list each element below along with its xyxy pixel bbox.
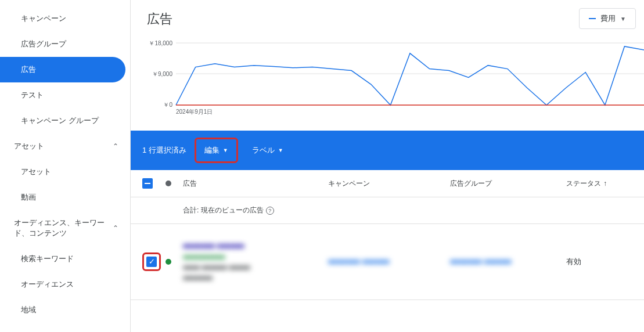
- table: 広告 キャンペーン 広告グループ ステータス ↑ 合計: 現在のビューの広告 ?: [131, 170, 644, 332]
- label-button-label: ラベル: [252, 145, 275, 156]
- header-adgroup[interactable]: 広告グループ: [450, 179, 566, 189]
- table-row: ✓ ■■■■■■■ ■■■■■■ ■■■■■■■■■■ ■■■■ ■■■■■■ …: [131, 224, 644, 300]
- sidebar-item-ads[interactable]: 広告: [0, 57, 125, 82]
- edit-button-label: 編集: [204, 145, 220, 156]
- chart-svg: ￥18,000 ￥9,000 ￥0 2024年9月1日: [131, 37, 644, 127]
- campaign-cell[interactable]: ■■■■■■■ ■■■■■■: [328, 257, 450, 266]
- x-start-label: 2024年9月1日: [176, 109, 213, 115]
- sidebar-item-campaigns[interactable]: キャンペーン: [0, 6, 130, 31]
- header-campaign[interactable]: キャンペーン: [328, 179, 450, 189]
- status-dot-icon: [166, 181, 171, 186]
- y-tick-9000: ￥9,000: [152, 71, 172, 77]
- sidebar-item-video[interactable]: 動画: [0, 185, 130, 210]
- y-tick-18000: ￥18,000: [149, 40, 172, 46]
- ad-cell[interactable]: ■■■■■■■ ■■■■■■ ■■■■■■■■■■ ■■■■ ■■■■■■ ■■…: [183, 240, 328, 283]
- chevron-up-icon: ⌃: [113, 224, 118, 232]
- metric-dropdown-label: 費用: [600, 13, 616, 24]
- sidebar-section-asset[interactable]: アセット ⌃: [0, 133, 130, 159]
- main-content: 広告 費用 ▼ ￥18,000 ￥9,000 ￥0 2024年9月1日 1 行選…: [131, 0, 644, 332]
- select-all-checkbox[interactable]: [142, 178, 153, 189]
- header-status-label: ステータス: [566, 179, 601, 189]
- row-checkbox[interactable]: ✓: [146, 257, 157, 267]
- sidebar-item-adgroups[interactable]: 広告グループ: [0, 31, 130, 57]
- sidebar: キャンペーン 広告グループ 広告 テスト キャンペーン グループ アセット ⌃ …: [0, 0, 131, 332]
- sidebar-item-asset[interactable]: アセット: [0, 159, 130, 185]
- sidebar-item-geo[interactable]: 地域: [0, 297, 130, 323]
- chart-container: 費用 ▼ ￥18,000 ￥9,000 ￥0 2024年9月1日: [131, 37, 644, 127]
- sidebar-item-campaign-groups[interactable]: キャンペーン グループ: [0, 108, 130, 133]
- sidebar-section-audience[interactable]: オーディエンス、キーワード、コンテンツ ⌃: [0, 210, 130, 246]
- sidebar-section-asset-label: アセット: [14, 141, 44, 151]
- page-title: 広告: [131, 0, 644, 37]
- sidebar-item-audience[interactable]: オーディエンス: [0, 272, 130, 297]
- edit-button[interactable]: 編集 ▼: [195, 138, 238, 163]
- label-button[interactable]: ラベル ▼: [246, 142, 289, 159]
- summary-row: 合計: 現在のビューの広告 ?: [131, 197, 644, 224]
- summary-label: 合計: 現在のビューの広告: [183, 205, 264, 215]
- metric-color-indicator: [589, 18, 596, 19]
- selection-count: 1 行選択済み: [142, 145, 186, 156]
- chevron-down-icon: ▼: [278, 147, 283, 153]
- status-dot-enabled-icon: [166, 259, 171, 265]
- y-tick-0: ￥0: [163, 102, 172, 108]
- help-icon[interactable]: ?: [266, 207, 274, 215]
- chevron-up-icon: ⌃: [113, 142, 118, 150]
- header-checkbox-cell: [142, 178, 166, 189]
- header-status-dot-cell: [166, 181, 183, 186]
- chevron-down-icon: ▼: [620, 16, 626, 22]
- sort-ascending-icon: ↑: [603, 179, 607, 187]
- sidebar-section-audience-label: オーディエンス、キーワード、コンテンツ: [14, 218, 107, 239]
- header-ad[interactable]: 広告: [183, 179, 328, 189]
- action-bar: 1 行選択済み 編集 ▼ ラベル ▼: [131, 131, 644, 170]
- status-cell: 有効: [566, 257, 618, 267]
- metric-dropdown[interactable]: 費用 ▼: [579, 8, 636, 29]
- table-header-row: 広告 キャンペーン 広告グループ ステータス ↑: [131, 170, 644, 197]
- chart-area[interactable]: ￥18,000 ￥9,000 ￥0 2024年9月1日: [131, 37, 644, 127]
- header-status[interactable]: ステータス ↑: [566, 179, 618, 189]
- chevron-down-icon: ▼: [223, 147, 228, 153]
- sidebar-item-content[interactable]: コンテンツ: [0, 323, 130, 332]
- sidebar-item-keywords[interactable]: 検索キーワード: [0, 246, 130, 272]
- sidebar-item-test[interactable]: テスト: [0, 82, 130, 108]
- adgroup-cell[interactable]: ■■■■■■■ ■■■■■■: [450, 257, 566, 266]
- row-checkbox-highlight: ✓: [142, 252, 161, 271]
